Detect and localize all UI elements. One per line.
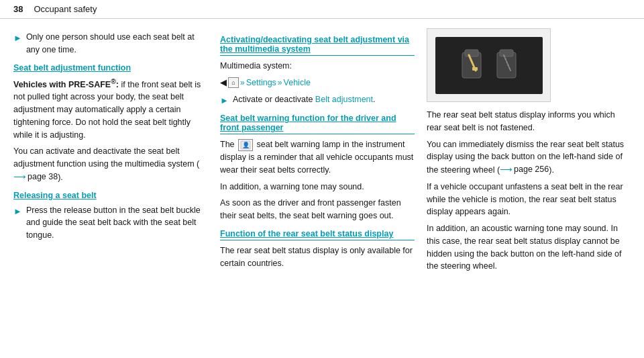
svg-rect-3 [465,50,478,56]
svg-text:👤: 👤 [242,141,250,149]
warning-lamp-icon: 👤 [238,139,253,151]
para-warning-tone: In addition, a warning tone may sound. [220,181,415,193]
para-warning-goes-out: As soon as the driver and front passenge… [220,197,415,222]
para-right-3: If a vehicle occupant unfastens a seat b… [427,181,631,218]
mm-bullet-text: Activate or deactivate Belt adjustment. [233,93,376,107]
mm-bullet-item: ► Activate or deactivate Belt adjustment… [220,93,415,107]
heading-activating-text: Activating/deactivating seat belt adjust… [220,35,409,54]
arrow-icon: ⟶ [13,171,26,184]
para-right-4: In addition, an acoustic warning tone ma… [427,222,631,273]
arrow-icon-2: ⟶ [500,163,513,177]
col-heading-rear: Function of the rear seat belt status di… [220,229,415,240]
svg-rect-5 [472,67,478,71]
left-column: ► Only one person should use each seat b… [13,28,208,353]
bullet-arrow-icon-3: ► [220,94,229,107]
bullet-item-2: ► Press the release button in the seat b… [13,204,208,242]
bullet-arrow-icon-2: ► [13,205,22,242]
page-header: 38 Occupant safety [0,0,644,19]
pre-safe-label: Vehicles with PRE-SAFE®: [13,80,119,89]
section-heading-releasing: Releasing a seat belt [13,191,208,200]
arrow-ref-p256: ⟶ page 256 [500,163,549,177]
bullet-item-1: ► Only one person should use each seat b… [13,31,208,56]
mm-label: Multimedia system: [220,61,292,71]
seatbelt-svg [459,47,519,84]
seat-belt-display-image [427,28,551,102]
para-activate: You can activate and deactivate the seat… [13,145,208,183]
dbl-arrow-1: » [240,77,245,89]
col-heading-warning: Seat belt warning function for the drive… [220,114,415,134]
heading-warning-text: Seat belt warning function for the drive… [220,114,396,132]
bullet-arrow-icon: ► [13,32,22,56]
bullet-text-1: Only one person should use each seat bel… [26,31,208,56]
home-icon: ⌂ [228,77,239,88]
para-warning-lamp: The 👤 seat belt warning lamp in the inst… [220,138,415,176]
content-area: ► Only one person should use each seat b… [0,19,644,353]
heading-rear-text: Function of the rear seat belt status di… [220,229,393,238]
mm-path: ◀ ⌂ » Settings » Vehicle [220,77,415,89]
svg-rect-7 [500,50,513,56]
mm-home-path: ◀ ⌂ » Settings » Vehicle [220,77,311,89]
middle-column: Activating/deactivating seat belt adjust… [220,28,415,353]
settings-link: Settings [246,77,276,89]
para-rear-countries: The rear seat belt status display is onl… [220,244,415,270]
mm-system-line: Multimedia system: [220,60,415,73]
section-heading-adjustment: Seat belt adjustment function [13,63,208,73]
dbl-arrow-2: » [278,77,282,89]
page-title: Occupant safety [34,4,97,14]
belt-adjustment-link: Belt adjustment [315,95,373,104]
para-presafe: Vehicles with PRE-SAFE®: if the front se… [13,77,208,142]
col-heading-activating: Activating/deactivating seat belt adjust… [220,35,415,56]
seatbelt-display-graphic [435,37,543,94]
para-right-2: You can immediately dismiss the rear sea… [427,138,631,177]
arrow-ref-p38: ⟶ page 38 [13,171,58,184]
seat-belt-warning-svg: 👤 [240,140,251,150]
para-right-1: The rear seat belt status display inform… [427,109,631,134]
page-number: 38 [13,4,23,14]
right-column: The rear seat belt status display inform… [427,28,631,353]
bullet-text-2: Press the release button in the seat bel… [26,204,208,242]
vehicle-link: Vehicle [284,77,311,89]
